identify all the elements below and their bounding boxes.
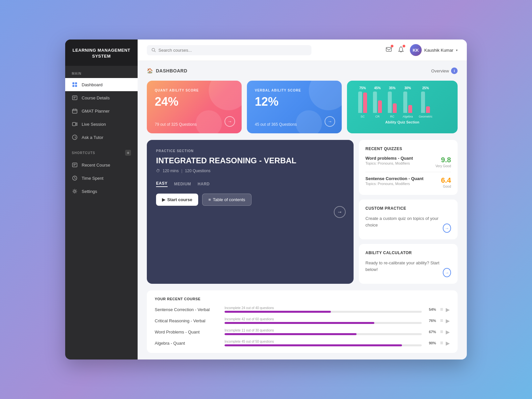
table-row: Word Problems - Quant Incomplete 11 out … [155, 329, 450, 335]
quiz-score: 6.4 Good [441, 176, 451, 188]
svg-rect-7 [72, 109, 77, 113]
sidebar-item-label: Live Session [82, 122, 106, 127]
svg-rect-0 [72, 82, 74, 84]
bar-fill [408, 105, 412, 113]
progress-section: Incomplete 11 out of 30 questions [225, 329, 422, 335]
list-action-icon[interactable]: ≡ [440, 318, 443, 324]
svg-rect-1 [75, 82, 77, 84]
bar-bg [373, 92, 377, 113]
quiz-divider [365, 172, 451, 172]
progress-pct: 90% [426, 341, 436, 345]
quant-arrow-button[interactable]: → [225, 116, 235, 127]
verbal-score-card[interactable]: VERBAL ABILITY SCORE 12% 45 out of 365 Q… [247, 81, 342, 133]
ability-calculator-card: ABILITY CALCULATOR Ready to re-calibrate… [359, 244, 458, 284]
messages-button[interactable] [386, 46, 392, 54]
quiz-topics: Topics: Pronouns, Modifiers [365, 182, 423, 186]
custom-practice-desc: Create a custom quiz on topics of your c… [365, 215, 443, 228]
svg-point-19 [152, 48, 155, 51]
progress-section: Incomplete 42 out of 60 questions [225, 317, 422, 324]
add-shortcut-button[interactable]: + [125, 150, 131, 156]
quiz-score-label: Very Good [436, 164, 451, 168]
verbal-desc: 45 out of 365 Questions [255, 122, 297, 127]
course-name: Sentense Correction - Verbal [155, 307, 221, 312]
course-actions: ≡ ▶ [440, 318, 450, 324]
search-bar[interactable] [147, 45, 311, 55]
svg-point-18 [74, 190, 76, 192]
course-actions: ≡ ▶ [440, 329, 450, 335]
difficulty-tabs: EASY MEDIUM HARD [156, 181, 344, 187]
bar-bg [403, 92, 407, 113]
sidebar-item-settings[interactable]: Settings [65, 185, 138, 198]
chart-bar-sc: 75% SC [358, 86, 367, 118]
sidebar-item-label: Ask a Tutor [82, 135, 103, 140]
play-action-icon[interactable]: ▶ [446, 340, 450, 346]
progress-pct: 76% [426, 319, 436, 323]
sidebar-item-dashboard[interactable]: Dashboard [65, 78, 138, 91]
progress-section: Incomplete 24 out of 40 questions [225, 306, 422, 313]
quiz-name: Sentense Correction - Quant [365, 176, 423, 181]
svg-rect-3 [75, 85, 77, 87]
sidebar-item-recent-course[interactable]: Recent Course [65, 158, 138, 172]
shortcuts-label: SHORTCUTS [72, 151, 95, 155]
sidebar-item-live-session[interactable]: Live Session [65, 118, 138, 131]
verbal-arrow-button[interactable]: → [325, 116, 335, 127]
user-menu[interactable]: KK Kaushik Kumar ▾ [410, 44, 458, 56]
main-content: KK Kaushik Kumar ▾ 🏠 DASHBOARD Overview … [138, 40, 467, 359]
start-course-button[interactable]: ▶ Start course [156, 194, 198, 206]
recent-course-icon [72, 162, 78, 168]
sidebar-item-time-spent[interactable]: Time Spent [65, 172, 138, 185]
overview-label: Overview [431, 68, 449, 73]
practice-questions: 120 Questions [185, 169, 210, 173]
ability-calculator-desc: Ready to re-calibrate your ability? Star… [365, 260, 443, 273]
list-action-icon[interactable]: ≡ [440, 329, 443, 335]
table-row: Sentense Correction - Verbal Incomplete … [155, 306, 450, 313]
overview-button[interactable]: Overview i [431, 67, 458, 74]
course-actions: ≡ ▶ [440, 340, 450, 346]
notifications-button[interactable] [398, 46, 404, 54]
notifications-badge [403, 45, 405, 47]
practice-buttons: ▶ Start course ≡ Table of contents [156, 194, 344, 206]
course-actions: ≡ ▶ [440, 306, 450, 313]
difficulty-hard[interactable]: HARD [198, 182, 210, 186]
page-title: 🏠 DASHBOARD [147, 68, 187, 74]
quiz-score-value: 9.8 [436, 156, 451, 164]
play-action-icon[interactable]: ▶ [446, 306, 450, 313]
progress-section: Incomplete 45 out of 50 questions [225, 340, 422, 346]
middle-row: PRACTICE SECTION INTEGRATED REASONING - … [147, 140, 458, 284]
quiz-score-label: Good [441, 185, 451, 188]
list-action-icon[interactable]: ≡ [440, 340, 443, 346]
sidebar-item-course-details[interactable]: Course Details [65, 91, 138, 104]
sidebar-item-label: Dashboard [82, 82, 103, 87]
table-of-contents-button[interactable]: ≡ Table of contents [202, 194, 252, 206]
difficulty-easy[interactable]: EASY [156, 181, 168, 187]
list-action-icon[interactable]: ≡ [440, 306, 443, 313]
progress-bar [225, 333, 422, 335]
practice-meta: ⏱ 120 mins | 120 Questions [156, 169, 344, 173]
ability-calculator-arrow-button[interactable]: → [443, 268, 451, 277]
page-header: 🏠 DASHBOARD Overview i [147, 67, 458, 74]
progress-fill [225, 311, 331, 313]
progress-fill [225, 322, 374, 324]
score-cards-row: QUANT ABILITY SCORE 24% 79 out of 325 Qu… [147, 81, 458, 133]
sidebar-item-label: Settings [82, 189, 97, 194]
search-input[interactable] [158, 48, 307, 53]
sidebar-item-gmat-planner[interactable]: GMAT Planner [65, 104, 138, 118]
practice-arrow-button[interactable]: → [334, 206, 346, 218]
quiz-score: 9.8 Very Good [436, 156, 451, 168]
time-spent-icon [72, 175, 78, 181]
bar-fill [363, 93, 367, 113]
custom-practice-arrow-button[interactable]: → [443, 224, 451, 233]
svg-line-20 [154, 51, 155, 52]
quant-score-card[interactable]: QUANT ABILITY SCORE 24% 79 out of 325 Qu… [147, 81, 242, 133]
difficulty-medium[interactable]: MEDIUM [174, 182, 191, 186]
bar-fill [393, 103, 397, 113]
svg-rect-21 [386, 47, 391, 51]
play-action-icon[interactable]: ▶ [446, 318, 450, 324]
quiz-topics: Topics: Pronouns, Modifiers [365, 161, 413, 165]
play-action-icon[interactable]: ▶ [446, 329, 450, 335]
bar-bg [421, 92, 425, 113]
gmat-planner-icon [72, 108, 78, 114]
sidebar-item-ask-tutor[interactable]: ? Ask a Tutor [65, 131, 138, 144]
play-icon: ▶ [162, 197, 165, 202]
live-session-icon [72, 121, 78, 127]
